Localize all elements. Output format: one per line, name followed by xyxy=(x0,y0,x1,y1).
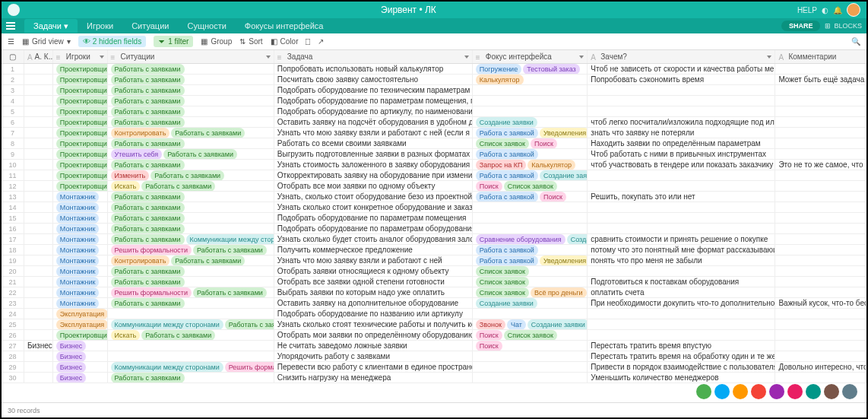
cell[interactable]: Проектировщик xyxy=(53,149,108,159)
col-header[interactable]: ≡Ситуации xyxy=(108,50,274,63)
row-number[interactable]: 13 xyxy=(2,192,24,202)
cell[interactable]: ПоискСписок заявок xyxy=(473,181,588,191)
table-tab[interactable]: Фокусы интерфейса xyxy=(236,19,333,33)
table-row[interactable]: 28БизнесУпорядочить работу с заявкамиПер… xyxy=(2,351,866,362)
cell[interactable] xyxy=(24,149,53,159)
col-header[interactable]: AКомментарии xyxy=(775,50,866,63)
cell[interactable] xyxy=(775,373,866,382)
cell[interactable]: Бизнес xyxy=(53,373,108,382)
table-row[interactable]: 3ПроектировщикРаботать с заявкамиПодобра… xyxy=(2,85,866,96)
table-tab[interactable]: Ситуации xyxy=(122,19,178,33)
cell[interactable]: Довольно интересно, что бизнесо... xyxy=(775,362,866,372)
cell[interactable] xyxy=(24,181,53,191)
cell[interactable]: потому что это понятный мне формат расск… xyxy=(588,245,775,255)
cell[interactable]: Подготовиться к поставкам оборудования xyxy=(588,277,775,287)
cell[interactable] xyxy=(775,245,866,255)
cell[interactable]: Проектировщик xyxy=(53,106,108,116)
row-number[interactable]: 15 xyxy=(2,213,24,223)
row-number[interactable]: 30 xyxy=(2,373,24,382)
view-switcher[interactable]: ▦ Grid view ▾ xyxy=(22,37,71,46)
cell[interactable]: Работать с заявками xyxy=(108,85,274,95)
cell[interactable] xyxy=(775,319,866,329)
cell[interactable]: Работа с заявкой xyxy=(473,245,588,255)
cell[interactable]: Работать с заявками xyxy=(108,192,274,202)
cell[interactable]: Бизнес xyxy=(53,362,108,372)
cell[interactable]: Посчитать свою заявку самостоятельно xyxy=(274,75,473,84)
cell[interactable]: Создание заявки xyxy=(473,298,588,308)
cell[interactable]: Работать с заявками xyxy=(108,96,274,106)
cell[interactable] xyxy=(775,192,866,202)
cell[interactable] xyxy=(775,213,866,223)
cell[interactable]: Выбрать заявки по которым надо уже оплат… xyxy=(274,287,473,297)
cell[interactable]: Работать с заявками xyxy=(108,202,274,212)
row-number[interactable]: 26 xyxy=(2,330,24,340)
cell[interactable] xyxy=(588,85,775,95)
table-tab[interactable]: Игроки xyxy=(78,19,122,33)
search-icon[interactable]: 🔍 xyxy=(851,37,860,46)
row-number[interactable]: 10 xyxy=(2,160,24,170)
cell[interactable] xyxy=(775,117,866,127)
table-row[interactable]: 12ПроектировщикИскатьРаботать с заявками… xyxy=(2,181,866,192)
table-tab[interactable]: Задачи ▾ xyxy=(24,19,78,33)
cell[interactable]: оплатить счета xyxy=(588,287,775,297)
cell[interactable]: Работать с заявками xyxy=(108,106,274,116)
cell[interactable] xyxy=(24,266,53,276)
cell[interactable] xyxy=(24,96,53,106)
table-row[interactable]: 10ПроектировщикРаботать с заявкамиУзнать… xyxy=(2,160,866,170)
cell[interactable]: Узнать сколько стоит конкретное оборудов… xyxy=(274,202,473,212)
cell[interactable]: Перевести всю работу с клиентами в едино… xyxy=(274,362,473,372)
cell[interactable]: Решить формальностиРаботать с заявками xyxy=(108,287,274,297)
table-row[interactable]: 9ПроектировщикУтешить себяРаботать с зая… xyxy=(2,149,866,160)
collaborator-avatar[interactable] xyxy=(751,384,766,399)
cell[interactable] xyxy=(588,319,775,329)
cell[interactable]: Сравнение оборудованияСоздание заявки xyxy=(473,234,588,244)
row-number[interactable]: 20 xyxy=(2,266,24,276)
cell[interactable] xyxy=(473,373,588,382)
collaborator-avatar[interactable] xyxy=(842,384,857,399)
cell[interactable]: Упорядочить работу с заявками xyxy=(274,351,473,361)
cell[interactable] xyxy=(108,351,274,361)
cell[interactable] xyxy=(775,96,866,106)
cell[interactable]: Эксплуатация xyxy=(53,319,108,329)
menu-icon[interactable] xyxy=(6,19,20,33)
cell[interactable]: ИзменитьРаботать с заявками xyxy=(108,170,274,180)
cell[interactable] xyxy=(775,234,866,244)
col-header[interactable]: AА. К... xyxy=(24,50,53,63)
cell[interactable] xyxy=(24,64,53,74)
cell[interactable]: Проектировщик 2 xyxy=(53,64,108,74)
cell[interactable]: Проектировщик xyxy=(53,160,108,170)
cell[interactable] xyxy=(24,373,53,382)
cell[interactable] xyxy=(24,85,53,95)
col-header[interactable]: ≡Игроки xyxy=(53,50,108,63)
cell[interactable]: Попробовать сэкономить время xyxy=(588,75,775,84)
table-row[interactable]: 27БизнесБизнесНе считать заведомо ложные… xyxy=(2,341,866,351)
cell[interactable]: ПоискСписок заявок xyxy=(473,330,588,340)
cell[interactable]: Работа с заявкойСоздание заявки xyxy=(473,170,588,180)
cell[interactable]: Проектировщик xyxy=(53,117,108,127)
cell[interactable]: Монтажник xyxy=(53,298,108,308)
collaborator-avatar[interactable] xyxy=(824,384,839,399)
cell[interactable] xyxy=(473,309,588,319)
cell[interactable] xyxy=(775,128,866,138)
cell[interactable] xyxy=(775,287,866,297)
table-row[interactable]: 24ЭксплуатацияПодобрать оборудование по … xyxy=(2,309,866,319)
cell[interactable]: Работать с заявками xyxy=(108,224,274,233)
cell[interactable] xyxy=(775,202,866,212)
cell[interactable]: Уменьшить количество менеджеров xyxy=(588,373,775,382)
cell[interactable] xyxy=(108,309,274,319)
row-number[interactable]: 7 xyxy=(2,128,24,138)
table-row[interactable]: 22МонтажникРешить формальностиРаботать с… xyxy=(2,287,866,298)
cell[interactable] xyxy=(473,362,588,372)
cell[interactable]: Проектировщик xyxy=(53,181,108,191)
row-number-header[interactable]: ▢ xyxy=(2,50,24,63)
row-number[interactable]: 5 xyxy=(2,106,24,116)
views-menu[interactable]: ☰ xyxy=(8,37,14,46)
cell[interactable] xyxy=(588,96,775,106)
row-number[interactable]: 27 xyxy=(2,341,24,351)
table-row[interactable]: 29БизнесКоммуникации между сторонамиРеши… xyxy=(2,362,866,373)
cell[interactable] xyxy=(24,224,53,233)
cell[interactable]: Работать с заявками xyxy=(108,213,274,223)
table-row[interactable]: 25ЭксплуатацияКоммуникации между сторона… xyxy=(2,319,866,330)
cell[interactable]: Проектировщик xyxy=(53,85,108,95)
cell[interactable]: Работать с заявками xyxy=(108,64,274,74)
